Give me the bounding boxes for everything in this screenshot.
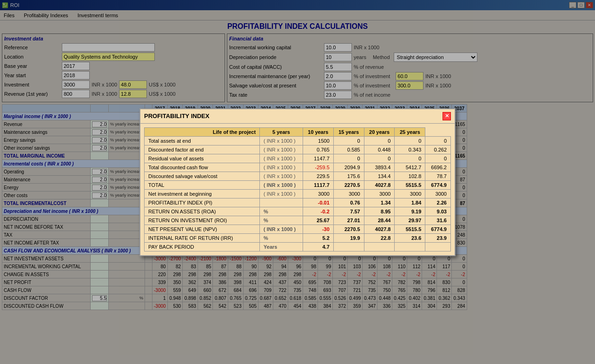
modal-row-value: 23.9: [425, 233, 451, 242]
modal-row-value: 0: [425, 154, 451, 163]
modal-row-label: RETURN ON ASSETS (ROA): [145, 207, 260, 216]
modal-row-label: Total assets at end: [145, 136, 260, 145]
modal-col-10yr: 10 years: [303, 127, 333, 136]
modal-row-value: 27.01: [333, 216, 364, 225]
modal-row-unit: %: [260, 233, 303, 242]
modal-row-unit: ( INR x 1000 ): [260, 225, 303, 233]
modal-row-value: 8.95: [364, 207, 395, 216]
modal-title: PROFITABILITY INDEX: [144, 113, 209, 119]
modal-row-value: 1117.7: [303, 180, 333, 189]
modal-overlay: PROFITABILITY INDEX ✕ Life of the projec…: [0, 0, 595, 364]
modal-row-unit: [260, 198, 303, 207]
modal-row-unit: ( INR x 1000 ): [260, 145, 303, 154]
modal-row-value: 7.57: [333, 207, 364, 216]
modal-row-value: 6774.9: [425, 225, 451, 233]
modal-row-value: 229.5: [303, 172, 333, 180]
modal-row-value: [425, 242, 451, 251]
modal-row-value: [333, 242, 364, 251]
modal-row-label: Residual value of assets: [145, 154, 260, 163]
modal-row-value: 9.19: [395, 207, 425, 216]
modal-row-value: 9.03: [425, 207, 451, 216]
modal-row-value: 3893.4: [364, 163, 395, 172]
modal-row-value: 5515.5: [395, 225, 425, 233]
profitability-index-modal: PROFITABILITY INDEX ✕ Life of the projec…: [139, 108, 456, 256]
modal-col-25yr: 25 years: [395, 127, 425, 136]
modal-row-value: 3000: [425, 189, 451, 198]
modal-row-value: 28.44: [364, 216, 395, 225]
modal-row-value: 4027.8: [364, 180, 395, 189]
modal-row-value: 0.585: [333, 145, 364, 154]
modal-row-value: 3000: [303, 189, 333, 198]
modal-row-label: Discounted salvage value/cost: [145, 172, 260, 180]
modal-row-label: PROFITABILITY INDEX (PI): [145, 198, 260, 207]
modal-row-unit: ( INR x 1000 ): [260, 180, 303, 189]
modal-row-label: Total discounted cash flow: [145, 163, 260, 172]
modal-row-value: 0: [425, 136, 451, 145]
modal-row-value: 2270.5: [333, 180, 364, 189]
profitability-index-table: Life of the project 5 years 10 years 15 …: [144, 127, 451, 251]
modal-row-value: 102.8: [395, 172, 425, 180]
modal-row-value: 23.6: [395, 233, 425, 242]
modal-col-20yr: 20 years: [364, 127, 395, 136]
modal-row-value: 0: [333, 136, 364, 145]
modal-col-15yr: 15 years: [333, 127, 364, 136]
modal-row-unit: ( INR x 1000 ): [260, 163, 303, 172]
modal-row-value: 0: [395, 136, 425, 145]
modal-row-unit: ( INR x 1000 ): [260, 189, 303, 198]
modal-col-life: Life of the project: [145, 127, 260, 136]
modal-row-value: 175.6: [333, 172, 364, 180]
modal-row-value: 134.4: [364, 172, 395, 180]
modal-row-value: 2.26: [425, 198, 451, 207]
modal-row-value: -259.5: [303, 163, 333, 172]
modal-row-value: 5515.5: [395, 180, 425, 189]
modal-row-value: [395, 242, 425, 251]
modal-row-value: [364, 242, 395, 251]
modal-row-label: Net investment at beginning: [145, 189, 260, 198]
modal-row-value: 3000: [364, 189, 395, 198]
modal-row-label: RETURN ON INVESTMENT (ROI): [145, 216, 260, 225]
modal-row-value: 5.2: [303, 233, 333, 242]
modal-row-value: 0.262: [425, 145, 451, 154]
modal-row-value: 3000: [333, 189, 364, 198]
modal-row-label: Discounted factor at end: [145, 145, 260, 154]
modal-row-value: 31.6: [425, 216, 451, 225]
modal-row-value: 1147.7: [303, 154, 333, 163]
modal-row-value: 3000: [395, 189, 425, 198]
modal-row-value: -0.2: [303, 207, 333, 216]
modal-col-5yr: 5 years: [260, 127, 303, 136]
modal-row-value: 2094.9: [333, 163, 364, 172]
modal-row-unit: ( INR x 1000 ): [260, 172, 303, 180]
modal-row-unit: ( INR x 1000 ): [260, 136, 303, 145]
modal-row-value: 0.448: [364, 145, 395, 154]
modal-row-value: 0: [364, 154, 395, 163]
modal-row-value: 25.67: [303, 216, 333, 225]
modal-row-value: 0.76: [333, 198, 364, 207]
modal-row-value: 0: [333, 154, 364, 163]
modal-row-value: 2270.5: [333, 225, 364, 233]
modal-row-value: 6696.2: [425, 163, 451, 172]
modal-row-label: INTERNAL RATE OF RETURN (IRR): [145, 233, 260, 242]
modal-row-value: 22.8: [364, 233, 395, 242]
modal-close-button[interactable]: ✕: [443, 112, 451, 120]
modal-row-value: 1.34: [364, 198, 395, 207]
modal-row-value: 78.7: [425, 172, 451, 180]
modal-row-value: -30: [303, 225, 333, 233]
modal-row-value: 0: [395, 154, 425, 163]
modal-row-value: 1500: [303, 136, 333, 145]
modal-row-value: 0: [364, 136, 395, 145]
modal-row-value: 4.7: [303, 242, 333, 251]
modal-row-label: TOTAL: [145, 180, 260, 189]
modal-row-value: 1.84: [395, 198, 425, 207]
modal-row-value: 6774.9: [425, 180, 451, 189]
modal-row-value: 0.343: [395, 145, 425, 154]
modal-row-unit: ( INR x 1000 ): [260, 154, 303, 163]
modal-row-value: 5412.7: [395, 163, 425, 172]
modal-row-value: 19.9: [333, 233, 364, 242]
modal-row-value: 4027.8: [364, 225, 395, 233]
modal-row-label: NET PRESENT VALUE (NPV): [145, 225, 260, 233]
modal-row-unit: Years: [260, 242, 303, 251]
modal-row-label: PAY BACK PERIOD: [145, 242, 260, 251]
modal-row-value: 29.97: [395, 216, 425, 225]
modal-row-unit: %: [260, 216, 303, 225]
modal-row-unit: %: [260, 207, 303, 216]
